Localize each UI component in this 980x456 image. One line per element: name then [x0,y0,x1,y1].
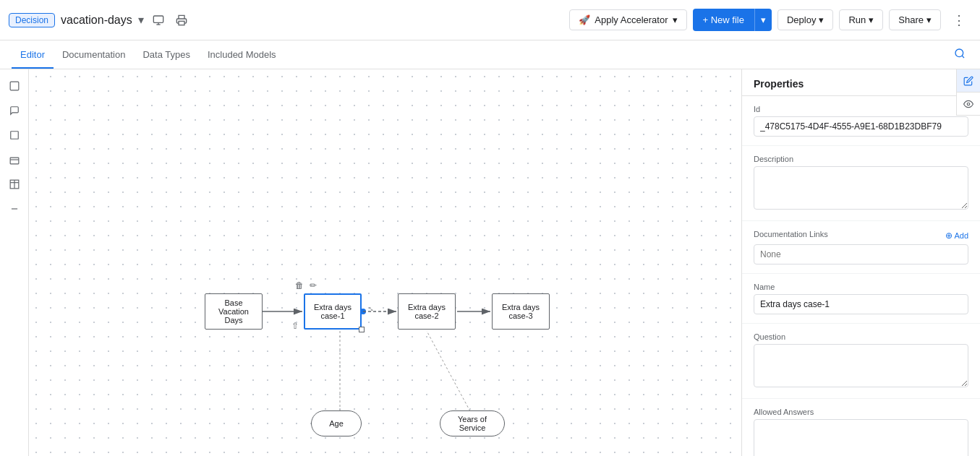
id-section: Id [742,96,980,146]
allowed-answers-label: Allowed Answers [754,408,968,416]
tab-bar: Editor Documentation Data Types Included… [0,40,980,69]
allowed-answers-textarea[interactable] [754,419,968,456]
node-extra-case-3[interactable]: Extra days case-3 [492,293,550,330]
apply-accel-chevron-icon: ▾ [673,14,678,25]
svg-rect-8 [10,158,19,164]
properties-panel-title: Properties [754,78,804,90]
printer-icon[interactable] [173,12,190,29]
header: Decision vacation-days ▾ 🚀 Apply Acceler… [0,0,980,40]
question-label: Question [754,332,968,341]
panel-tab-edit-icon[interactable] [957,69,980,93]
properties-panel-header: Properties › [742,69,980,96]
svg-rect-0 [153,16,163,22]
file-dropdown-icon[interactable]: ▾ [138,13,144,27]
question-section: Question [742,324,980,399]
tab-editor[interactable]: Editor [12,42,54,69]
monitor-icon[interactable] [150,12,167,29]
panel-tab-eye-icon[interactable] [957,93,980,116]
node-age[interactable]: Age [311,410,362,436]
share-button[interactable]: Share ▾ [889,9,941,30]
tab-included-models[interactable]: Included Models [199,42,285,69]
description-label: Description [754,155,968,163]
description-textarea[interactable] [754,166,968,210]
left-toolbar [0,69,29,456]
name-input[interactable] [754,294,968,314]
svg-point-21 [967,103,970,106]
doc-links-input[interactable] [754,244,968,264]
deploy-button[interactable]: Deploy ▾ [777,9,833,30]
node-years-of-service[interactable]: Years of Service [440,410,505,436]
doc-links-row: Documentation Links ⊕ Add [754,230,968,241]
comment-tool[interactable] [4,100,25,121]
doc-links-label: Documentation Links [754,230,828,238]
name-label: Name [754,283,968,291]
canvas[interactable]: Base Vacation Days Extra days case-1 🗑 ✏… [29,69,741,456]
tab-documentation[interactable]: Documentation [54,42,134,69]
id-input[interactable] [754,116,968,137]
table-tool[interactable] [4,173,25,195]
svg-rect-7 [10,132,18,139]
canvas-arrows [29,69,741,456]
resize-arrow-icon: ↔ [365,303,377,314]
run-button[interactable]: Run ▾ [839,9,883,30]
decision-badge: Decision [9,13,55,27]
svg-line-5 [962,56,964,58]
new-file-dropdown-button[interactable]: ▾ [754,9,772,31]
svg-rect-3 [179,21,184,25]
description-section: Description [742,146,980,221]
file-title: vacation-days [61,14,132,27]
minus-tool[interactable] [4,198,25,220]
question-textarea[interactable] [754,344,968,387]
apply-accelerator-button[interactable]: 🚀 Apply Accelerator ▾ [569,9,686,30]
search-button[interactable] [951,45,968,65]
tab-data-types[interactable]: Data Types [134,42,199,69]
doc-links-section: Documentation Links ⊕ Add [742,221,980,274]
box-tool[interactable] [4,124,25,146]
edit-node-icon[interactable]: ✏ [310,280,317,291]
node-extra-case-1[interactable]: Extra days case-1 [304,293,362,330]
deploy-chevron-icon: ▾ [819,14,824,25]
rocket-icon: 🚀 [579,14,590,25]
resize-handle[interactable] [359,327,365,332]
svg-rect-6 [10,82,19,90]
panel-tool[interactable] [4,149,25,171]
add-doc-link-button[interactable]: ⊕ Add [945,231,968,241]
share-chevron-icon: ▾ [926,14,932,25]
new-file-button-group: + New file ▾ [693,9,772,31]
node-extra-case-2[interactable]: Extra days case-2 [398,293,456,330]
node-actions-bar: 🗑 ✏ [295,280,317,291]
run-chevron-icon: ▾ [869,14,874,25]
properties-panel: Properties › Id Description Documentatio… [741,69,980,456]
share-node-icon[interactable]: ⇧ [291,321,299,331]
new-file-main-button[interactable]: + New file [693,9,754,31]
id-label: Id [754,105,968,113]
node-base-vacation-days[interactable]: Base Vacation Days [205,293,263,330]
main-area: Base Vacation Days Extra days case-1 🗑 ✏… [0,69,980,456]
svg-point-4 [955,49,963,57]
more-options-button[interactable]: ⋮ [947,9,971,31]
panel-icon-tabs [956,69,980,116]
name-section: Name [742,274,980,324]
delete-node-icon[interactable]: 🗑 [295,280,304,291]
svg-line-20 [427,331,470,411]
allowed-answers-section: Allowed Answers [742,399,980,456]
select-tool[interactable] [4,75,25,97]
